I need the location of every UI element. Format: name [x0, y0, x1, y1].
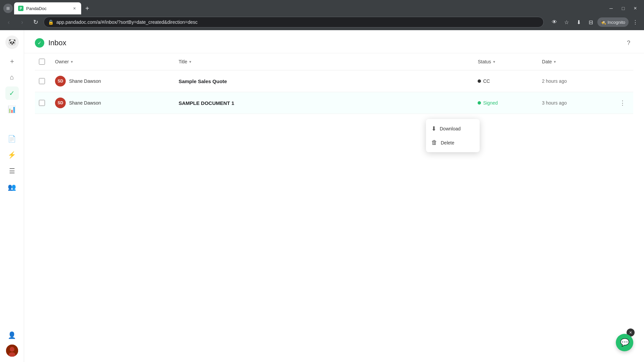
row2-title-cell[interactable]: SAMPLE DOCUMENT 1	[174, 92, 474, 114]
user-avatar[interactable]	[6, 345, 18, 357]
row2-checkbox-cell[interactable]	[35, 92, 51, 114]
sidebar-item-templates[interactable]: ☰	[5, 164, 19, 178]
app-logo: 🐼	[5, 36, 19, 49]
row1-title-cell[interactable]: Sample Sales Quote	[174, 70, 474, 92]
row2-avatar: SD	[55, 98, 66, 108]
more-options-button[interactable]: ⋮	[630, 17, 641, 27]
download-browser-icon[interactable]: ⬇	[573, 17, 584, 27]
row2-date: 3 hours ago	[542, 100, 567, 106]
row1-date-cell: 2 hours ago	[538, 70, 613, 92]
download-menu-item[interactable]: ⬇ Download	[426, 122, 480, 136]
delete-menu-item[interactable]: 🗑 Delete	[426, 136, 480, 149]
row2-owner-name: Shane Dawson	[69, 100, 101, 106]
help-button[interactable]: ?	[624, 38, 633, 48]
tab-title: PandaDoc	[26, 6, 69, 11]
reload-button[interactable]: ↻	[30, 17, 41, 27]
back-button[interactable]: ‹	[3, 17, 14, 27]
select-all-checkbox[interactable]	[39, 59, 45, 65]
split-screen-icon[interactable]: ⊟	[585, 17, 596, 27]
home-icon: ⌂	[10, 73, 14, 81]
restore-button[interactable]: □	[618, 3, 629, 14]
status-sort-icon: ▼	[492, 60, 496, 64]
status-column-header[interactable]: Status ▼	[474, 53, 538, 70]
row1-action-cell	[613, 70, 633, 92]
chart-bar-icon: 📊	[8, 105, 16, 113]
check-icon: ✓	[38, 40, 42, 46]
sidebar-item-documents[interactable]: 📄	[5, 132, 19, 145]
row1-owner-name: Shane Dawson	[69, 78, 101, 84]
owner-column-header[interactable]: Owner ▼	[51, 53, 174, 70]
check-circle-icon: ✓	[9, 89, 15, 97]
table-body: SD Shane Dawson Sample Sales Quote CC	[35, 70, 633, 114]
address-bar[interactable]: 🔒 app.pandadoc.com/a/#/inbox/?sortBy=dat…	[44, 17, 544, 27]
lightning-icon: ⚡	[8, 151, 16, 159]
table-row: SD Shane Dawson Sample Sales Quote CC	[35, 70, 633, 92]
sidebar: 🐼 ＋ ⌂ ✓ 📊 📄 ⚡ ☰ 👥 👤	[0, 30, 24, 362]
row1-owner-cell: SD Shane Dawson	[51, 70, 174, 92]
template-icon: ☰	[9, 167, 15, 175]
title-sort-icon: ▼	[189, 60, 192, 64]
row1-status-label: CC	[483, 78, 490, 84]
row2-action-cell[interactable]: ⋮	[613, 92, 633, 114]
row2-status-cell: Signed	[474, 92, 538, 114]
row2-checkbox[interactable]	[39, 100, 45, 106]
select-all-header[interactable]	[35, 53, 51, 70]
row1-date: 2 hours ago	[542, 78, 567, 84]
tab-favicon: P	[18, 6, 23, 11]
active-tab[interactable]: P PandaDoc ×	[14, 2, 81, 14]
chat-fab-button[interactable]: 💬	[616, 334, 633, 351]
row2-date-cell: 3 hours ago	[538, 92, 613, 114]
new-tab-button[interactable]: +	[83, 4, 92, 13]
row2-status-dot	[478, 101, 481, 105]
download-label: Download	[440, 126, 461, 131]
incognito-icon: 🕵	[601, 20, 606, 25]
date-sort-icon: ▼	[553, 60, 556, 64]
browser-actions: 👁 ☆ ⬇ ⊟ 🕵 Incognito ⋮	[549, 17, 641, 27]
documents-table: Owner ▼ Title ▼ Status	[35, 53, 633, 114]
row2-more-button[interactable]: ⋮	[617, 98, 628, 108]
sidebar-item-inbox[interactable]: ✓	[5, 86, 19, 100]
row2-owner-cell: SD Shane Dawson	[51, 92, 174, 114]
row1-status-cell: CC	[474, 70, 538, 92]
add-new-button[interactable]: ＋	[5, 54, 19, 68]
page-title: Inbox	[48, 39, 66, 47]
close-window-button[interactable]: ×	[630, 3, 641, 14]
date-column-header[interactable]: Date ▼	[538, 53, 613, 70]
context-menu: ⬇ Download 🗑 Delete	[426, 119, 480, 152]
close-icon: ×	[629, 330, 632, 335]
row2-doc-title: SAMPLE DOCUMENT 1	[178, 100, 234, 106]
title-label: Title	[178, 59, 187, 64]
incognito-button[interactable]: 🕵 Incognito	[597, 17, 629, 27]
row1-status-dot	[478, 79, 481, 83]
sidebar-item-automations[interactable]: ⚡	[5, 148, 19, 162]
table-area: Owner ▼ Title ▼ Status	[24, 53, 644, 362]
sidebar-item-contacts[interactable]: 👥	[5, 180, 19, 194]
add-user-button[interactable]: 👤	[5, 328, 19, 342]
owner-sort-icon: ▼	[70, 60, 73, 64]
forward-button[interactable]: ›	[17, 17, 28, 27]
incognito-label: Incognito	[607, 20, 625, 25]
help-icon: ?	[627, 40, 630, 47]
sidebar-item-home[interactable]: ⌂	[5, 70, 19, 84]
minimize-button[interactable]: ─	[606, 3, 616, 14]
tab-group-button[interactable]: ⊞	[3, 4, 13, 13]
tab-close-button[interactable]: ×	[72, 6, 77, 11]
page-header: ✓ Inbox ?	[24, 30, 644, 53]
status-label: Status	[478, 59, 491, 64]
add-user-icon: 👤	[8, 331, 16, 339]
app-layout: 🐼 ＋ ⌂ ✓ 📊 📄 ⚡ ☰ 👥 👤	[0, 30, 644, 362]
row1-checkbox-cell[interactable]	[35, 70, 51, 92]
logo-icon: 🐼	[8, 39, 16, 46]
inbox-status-icon: ✓	[35, 38, 44, 48]
title-column-header[interactable]: Title ▼	[174, 53, 474, 70]
url-text: app.pandadoc.com/a/#/inbox/?sortBy=date_…	[56, 19, 539, 25]
eyeoff-icon[interactable]: 👁	[549, 17, 560, 27]
bookmark-icon[interactable]: ☆	[561, 17, 572, 27]
address-bar-row: ‹ › ↻ 🔒 app.pandadoc.com/a/#/inbox/?sort…	[0, 14, 644, 30]
download-icon: ⬇	[431, 125, 436, 132]
table-header: Owner ▼ Title ▼ Status	[35, 53, 633, 70]
row1-checkbox[interactable]	[39, 78, 45, 84]
sidebar-item-analytics[interactable]: 📊	[5, 103, 19, 116]
owner-label: Owner	[55, 59, 69, 64]
tab-group-icon: ⊞	[6, 6, 10, 11]
